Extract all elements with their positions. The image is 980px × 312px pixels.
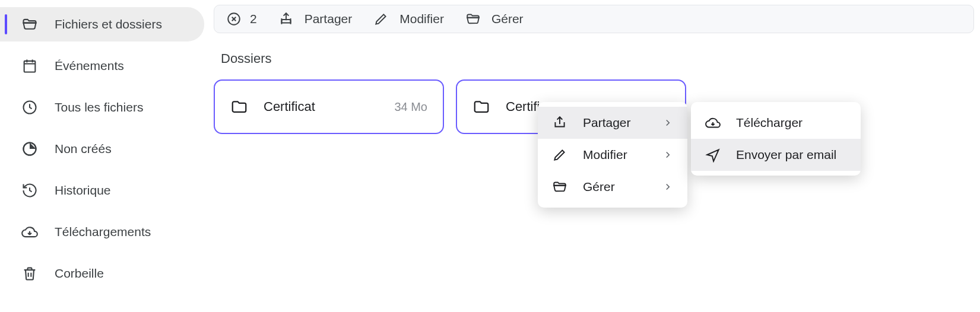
share-icon [552,115,567,130]
menu-item-label: Gérer [583,180,647,194]
edit-label: Modifier [399,12,444,26]
send-icon [705,147,721,163]
sidebar-item-label: Téléchargements [55,225,151,239]
share-icon [278,11,294,27]
share-submenu: Télécharger Envoyer par email [691,102,861,176]
chevron-right-icon [662,182,673,192]
menu-item-edit[interactable]: Modifier [538,139,687,171]
sidebar-item-events[interactable]: Événements [0,49,204,83]
sidebar: Fichiers et dossiers Événements Tous les… [0,0,208,312]
selection-count-value: 2 [250,12,257,26]
cloud-download-icon [705,115,721,130]
main-content: 2 Partager Modifier Gérer Doss [208,0,980,312]
chevron-right-icon [662,117,673,128]
chevron-right-icon [662,149,673,160]
folder-icon [472,98,490,116]
share-button[interactable]: Partager [278,11,353,27]
folder-size: 34 Mo [394,100,427,114]
trash-icon [21,265,38,282]
sidebar-item-label: Fichiers et dossiers [55,17,162,31]
folder-card[interactable]: Certificat 34 Mo [214,79,444,134]
pencil-icon [373,11,389,27]
submenu-item-label: Télécharger [736,116,846,130]
menu-item-manage[interactable]: Gérer [538,171,687,203]
sidebar-item-all-files[interactable]: Tous les fichiers [0,90,204,125]
share-label: Partager [305,12,353,26]
pie-icon [21,141,38,157]
folder-icon [230,98,248,116]
folder-open-icon [465,11,481,27]
manage-label: Gérer [491,12,524,26]
menu-item-label: Partager [583,116,647,130]
sidebar-item-label: Tous les fichiers [55,100,143,114]
section-title: Dossiers [221,51,974,66]
folder-open-icon [21,16,38,33]
sidebar-item-history[interactable]: Historique [0,173,204,208]
sidebar-item-label: Événements [55,59,124,73]
menu-item-label: Modifier [583,148,647,162]
clock-icon [21,99,38,116]
selection-count[interactable]: 2 [226,11,257,27]
sidebar-item-downloads[interactable]: Téléchargements [0,215,204,249]
sidebar-item-not-created[interactable]: Non créés [0,132,204,166]
pencil-icon [552,147,567,163]
sidebar-item-label: Historique [55,183,111,198]
context-menu: Partager Modifier Gérer [538,102,687,208]
svg-rect-0 [24,61,36,72]
submenu-item-download[interactable]: Télécharger [691,107,861,139]
calendar-icon [21,58,38,74]
sidebar-item-label: Non créés [55,142,112,156]
action-bar: 2 Partager Modifier Gérer [214,5,974,33]
close-circle-icon[interactable] [226,11,242,27]
sidebar-item-files[interactable]: Fichiers et dossiers [0,7,204,42]
submenu-item-label: Envoyer par email [736,148,846,162]
folder-name: Certificat [264,99,379,114]
sidebar-item-label: Corbeille [55,266,104,281]
edit-button[interactable]: Modifier [373,11,444,27]
menu-item-share[interactable]: Partager [538,107,687,139]
manage-button[interactable]: Gérer [465,11,524,27]
history-icon [21,182,38,199]
submenu-item-email[interactable]: Envoyer par email [691,139,861,171]
cloud-download-icon [21,224,38,240]
folder-open-icon [552,179,567,195]
sidebar-item-trash[interactable]: Corbeille [0,256,204,291]
